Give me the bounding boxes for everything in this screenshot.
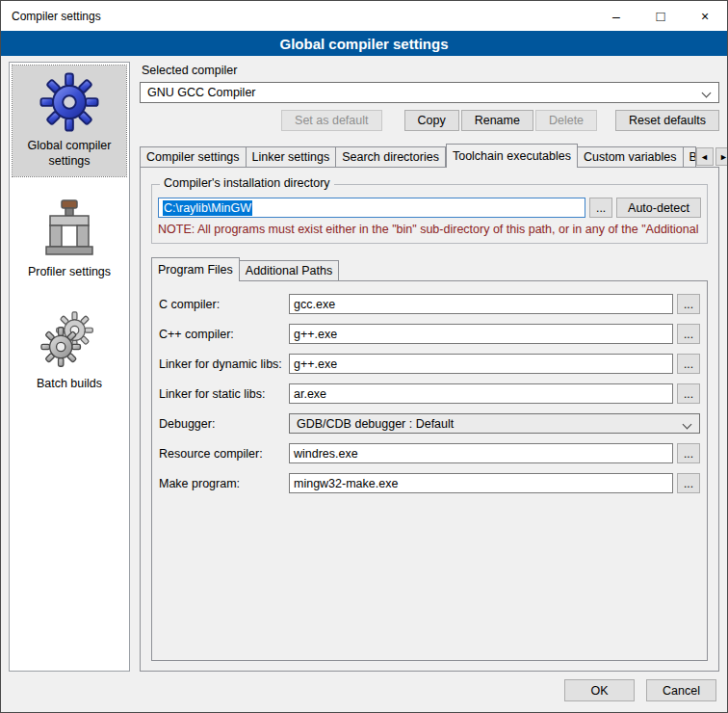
selected-compiler-value: GNU GCC Compiler	[147, 86, 256, 99]
tab-program-files[interactable]: Program Files	[151, 257, 240, 281]
titlebar: Compiler settings – □ ×	[1, 1, 727, 31]
installation-directory-legend: Compiler's installation directory	[160, 176, 334, 190]
selected-compiler-select[interactable]: GNU GCC Compiler	[140, 82, 719, 103]
cpp-compiler-input[interactable]: g++.exe	[289, 324, 673, 344]
compiler-actions: Set as default Copy Rename Delete Reset …	[140, 110, 719, 131]
installation-directory-value: C:\raylib\MinGW	[163, 200, 252, 216]
page-title: Global compiler settings	[1, 31, 727, 56]
installation-directory-group: Compiler's installation directory C:\ray…	[151, 184, 708, 244]
gear-icon	[39, 71, 99, 133]
c-compiler-browse-button[interactable]: ...	[677, 294, 700, 314]
tab-additional-paths[interactable]: Additional Paths	[240, 260, 339, 280]
sidebar-item-profiler-settings[interactable]: Profiler settings	[13, 192, 126, 288]
toolchain-executables-panel: Compiler's installation directory C:\ray…	[140, 167, 719, 672]
cancel-button[interactable]: Cancel	[646, 679, 716, 701]
close-button[interactable]: ×	[683, 1, 727, 31]
dynamic-linker-label: Linker for dynamic libs:	[159, 357, 285, 371]
chevron-down-icon	[683, 420, 692, 430]
sidebar-item-label: Profiler settings	[28, 265, 111, 280]
debugger-select[interactable]: GDB/CDB debugger : Default	[289, 413, 700, 434]
program-files-tabstrip: Program Files Additional Paths	[151, 257, 708, 280]
static-linker-input[interactable]: ar.exe	[289, 383, 673, 404]
profiler-icon	[42, 198, 96, 259]
debugger-value: GDB/CDB debugger : Default	[297, 417, 454, 431]
resource-compiler-input[interactable]: windres.exe	[289, 443, 673, 463]
copy-button[interactable]: Copy	[404, 110, 459, 131]
static-linker-browse-button[interactable]: ...	[677, 383, 700, 404]
c-compiler-input[interactable]: gcc.exe	[289, 294, 673, 314]
tab-linker-settings[interactable]: Linker settings	[247, 146, 337, 167]
program-files-panel: C compiler: gcc.exe ... C++ compiler: g+…	[151, 280, 708, 661]
delete-button[interactable]: Delete	[535, 110, 597, 131]
tab-compiler-settings[interactable]: Compiler settings	[140, 146, 247, 167]
window-controls: – □ ×	[594, 1, 727, 31]
dialog-footer: OK Cancel	[1, 672, 727, 712]
cpp-compiler-browse-button[interactable]: ...	[677, 324, 700, 344]
minimize-button[interactable]: –	[594, 1, 638, 31]
sidebar-item-batch-builds[interactable]: Batch builds	[13, 304, 126, 400]
tab-search-directories[interactable]: Search directories	[336, 146, 446, 167]
c-compiler-label: C compiler:	[159, 298, 285, 311]
sidebar-item-label: Batch builds	[37, 377, 102, 392]
compiler-settings-dialog: Compiler settings – □ × Global compiler …	[0, 0, 728, 713]
resource-compiler-label: Resource compiler:	[159, 447, 285, 461]
make-program-input[interactable]: mingw32-make.exe	[289, 473, 673, 493]
chevron-down-icon	[702, 89, 712, 98]
debugger-label: Debugger:	[159, 417, 285, 431]
static-linker-label: Linker for static libs:	[159, 387, 285, 401]
tab-custom-variables[interactable]: Custom variables	[578, 146, 684, 167]
dialog-body: Global compiler settings	[1, 56, 727, 672]
window-title: Compiler settings	[1, 10, 101, 23]
dynamic-linker-input[interactable]: g++.exe	[289, 354, 673, 374]
auto-detect-button[interactable]: Auto-detect	[616, 198, 701, 218]
main-panel: Selected compiler GNU GCC Compiler Set a…	[140, 62, 719, 672]
settings-category-list: Global compiler settings	[9, 62, 130, 672]
installation-directory-row: C:\raylib\MinGW ... Auto-detect	[158, 198, 701, 218]
tab-scroll-right-icon[interactable]: ►	[715, 147, 728, 166]
settings-tabstrip: Compiler settings Linker settings Search…	[140, 144, 719, 167]
tab-build-options[interactable]: Buil	[684, 146, 696, 167]
selected-compiler-label: Selected compiler	[142, 64, 719, 77]
tab-toolchain-executables[interactable]: Toolchain executables	[446, 144, 578, 168]
sidebar-item-global-compiler-settings[interactable]: Global compiler settings	[13, 66, 126, 176]
batch-builds-icon	[40, 309, 98, 371]
rename-button[interactable]: Rename	[461, 110, 533, 131]
make-program-browse-button[interactable]: ...	[677, 473, 700, 493]
toolchain-fields: C compiler: gcc.exe ... C++ compiler: g+…	[159, 294, 700, 493]
make-program-label: Make program:	[159, 477, 285, 490]
set-as-default-button[interactable]: Set as default	[281, 110, 381, 131]
installation-directory-input[interactable]: C:\raylib\MinGW	[158, 198, 585, 218]
cpp-compiler-label: C++ compiler:	[159, 328, 285, 341]
maximize-button[interactable]: □	[638, 1, 683, 31]
resource-compiler-browse-button[interactable]: ...	[677, 443, 700, 463]
installation-directory-browse-button[interactable]: ...	[589, 198, 612, 218]
installation-note: NOTE: All programs must exist either in …	[158, 223, 701, 236]
ok-button[interactable]: OK	[564, 679, 635, 701]
dynamic-linker-browse-button[interactable]: ...	[677, 354, 700, 374]
tab-scroll-controls: ◄ ►	[696, 147, 728, 166]
reset-defaults-button[interactable]: Reset defaults	[615, 110, 719, 131]
sidebar-item-label: Global compiler settings	[14, 139, 124, 169]
tab-scroll-left-icon[interactable]: ◄	[696, 147, 714, 166]
